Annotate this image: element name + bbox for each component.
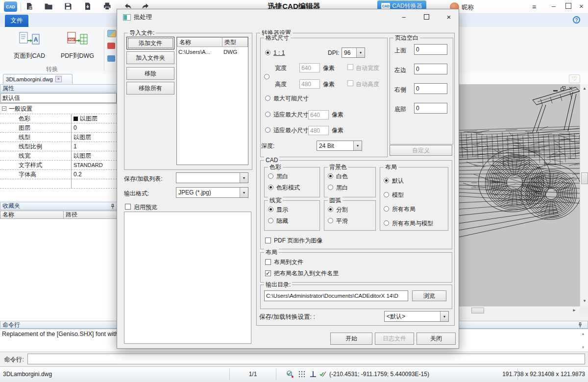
dropdown-arrow-icon[interactable]: ▼ — [240, 173, 248, 183]
add-file-button[interactable]: 添加文件 — [126, 37, 174, 49]
custom-margins-button[interactable]: 自定义 — [390, 145, 452, 156]
log-scroll-down-icon[interactable]: ▼ — [581, 345, 585, 350]
print-icon[interactable] — [103, 2, 112, 12]
hscroll-thumb[interactable] — [471, 308, 484, 313]
start-button[interactable]: 开始 — [330, 333, 372, 345]
lw-show-radio[interactable] — [268, 207, 273, 212]
file-row[interactable]: C:\Users\A... DWG — [177, 48, 248, 56]
arc-smooth-radio[interactable] — [328, 218, 333, 223]
lw-hide-radio[interactable] — [268, 218, 273, 223]
favorites-list[interactable] — [0, 219, 117, 321]
margin-left-input[interactable]: 0 — [414, 64, 447, 74]
property-group-row[interactable]: − 一般设置 — [0, 104, 117, 114]
mdi-minimize-icon[interactable] — [553, 87, 559, 92]
maximize-button[interactable] — [565, 3, 571, 9]
output-format-combo[interactable]: JPEG (*.jpg)▼ — [176, 187, 248, 198]
close-dialog-button[interactable]: 关闭 — [416, 333, 456, 345]
dropdown-arrow-icon[interactable]: ▼ — [440, 311, 448, 321]
margin-top-input[interactable]: 0 — [414, 44, 447, 55]
properties-header[interactable]: 属性 — [0, 84, 117, 93]
save-icon[interactable] — [64, 2, 73, 12]
page-to-cad-button[interactable]: A 页面到CAD — [7, 30, 52, 67]
property-row-textheight[interactable]: 字体高 0.2 — [0, 170, 117, 179]
output-dir-input[interactable]: C:\Users\Administrator\Documents\CADEdit… — [264, 290, 408, 301]
fit-min-input[interactable]: 480 — [308, 126, 329, 135]
property-row-lineweight[interactable]: 线宽 以图层 — [0, 151, 117, 161]
zoom-check-icon[interactable] — [286, 370, 294, 380]
scroll-up-icon[interactable]: ▲ — [583, 86, 587, 91]
ratio-radio[interactable] — [265, 50, 270, 55]
export-pdf-icon[interactable] — [83, 2, 92, 12]
dialog-close-button[interactable]: × — [441, 11, 456, 22]
drawing-hscrollbar[interactable]: ► — [459, 306, 580, 314]
browse-button[interactable]: 浏览 — [412, 290, 446, 301]
color-bw-radio[interactable] — [268, 173, 273, 179]
layout-name-checkbox[interactable] — [265, 270, 271, 276]
mdi-restore-icon[interactable] — [561, 86, 566, 92]
new-file-icon[interactable] — [24, 2, 33, 12]
layout-model-radio[interactable] — [384, 192, 389, 197]
favorites-col-name[interactable]: 名称 — [0, 211, 64, 219]
bg-white-radio[interactable] — [328, 173, 333, 179]
tab-file[interactable]: 文件 — [5, 15, 28, 27]
preset-combo[interactable]: 默认值 — [0, 93, 117, 103]
dropdown-arrow-icon[interactable]: ▼ — [240, 188, 248, 197]
property-row-color[interactable]: 色彩 以图层 — [0, 114, 117, 123]
pin-icon[interactable] — [110, 204, 115, 210]
layout-default-radio[interactable] — [384, 178, 389, 183]
layout-all-radio[interactable] — [384, 206, 389, 212]
layout-all-model-radio[interactable] — [384, 220, 389, 226]
file-col-name[interactable]: 名称 — [177, 37, 222, 47]
custom-size-radio[interactable] — [264, 74, 270, 79]
remove-button[interactable]: 移除 — [126, 67, 174, 80]
auto-height-checkbox[interactable] — [347, 80, 353, 86]
edit-check-icon[interactable] — [318, 370, 327, 380]
vscroll-thumb[interactable] — [581, 172, 588, 184]
dwg-export-icon[interactable] — [107, 55, 115, 62]
dialog-minimize-button[interactable]: – — [396, 11, 411, 22]
dialog-maximize-button[interactable] — [419, 11, 434, 22]
favorite-heart-button[interactable]: ♡ — [569, 74, 580, 83]
auto-width-checkbox[interactable] — [347, 64, 353, 70]
minimize-button[interactable]: – — [552, 2, 556, 10]
property-row-ltscale[interactable]: 线型比例 1 — [0, 142, 117, 151]
drawing-canvas[interactable]: × — [459, 84, 580, 306]
width-input[interactable]: 640 — [299, 63, 320, 72]
open-folder-icon[interactable] — [44, 2, 53, 12]
close-button[interactable]: × — [579, 2, 584, 10]
favorites-header[interactable]: 收藏夹 — [0, 202, 117, 210]
ortho-icon[interactable] — [309, 370, 318, 380]
pdf-as-image-checkbox[interactable] — [265, 238, 271, 243]
menu-icon[interactable]: ≡ — [532, 3, 536, 11]
property-row-linetype[interactable]: 线型 以图层 — [0, 133, 117, 142]
tree-collapse-icon[interactable]: − — [2, 106, 6, 111]
fit-min-radio[interactable] — [265, 127, 270, 133]
fit-max-radio[interactable] — [265, 112, 270, 117]
property-row-textstyle[interactable]: 文字样式 STANDARD — [0, 161, 117, 170]
bg-bw-radio[interactable] — [328, 185, 333, 190]
dpi-combo[interactable]: 96▼ — [342, 48, 365, 58]
file-col-type[interactable]: 类型 — [222, 37, 248, 47]
image-export-icon[interactable] — [107, 30, 116, 37]
max-possible-radio[interactable] — [265, 96, 270, 101]
dropdown-arrow-icon[interactable]: ▼ — [356, 48, 365, 57]
drawing-vscrollbar[interactable]: ▲ ▼ — [580, 84, 588, 306]
margin-bottom-input[interactable]: 0 — [414, 103, 447, 114]
pdf-export-icon[interactable] — [107, 43, 115, 49]
help-icon[interactable]: ? — [573, 16, 580, 24]
doc-tab-close-icon[interactable]: × — [55, 76, 62, 82]
dropdown-arrow-icon[interactable]: ▼ — [353, 141, 362, 150]
save-load-list-combo[interactable]: ▼ — [176, 172, 248, 183]
favorites-col-path[interactable]: 路径 — [63, 211, 117, 219]
depth-combo[interactable]: 24 Bit▼ — [317, 141, 362, 151]
add-folder-button[interactable]: 加入文件夹 — [126, 51, 174, 64]
height-input[interactable]: 480 — [299, 79, 320, 89]
cmdline-input[interactable] — [27, 354, 585, 364]
doc-tab[interactable]: 3DLamborgini.dwg × — [3, 74, 73, 84]
pdf-to-dwg-button[interactable]: PDF PDF到DWG — [55, 30, 100, 67]
scroll-down-icon[interactable]: ▼ — [583, 299, 587, 304]
nickname-label[interactable]: 昵称 — [462, 3, 474, 12]
fit-max-input[interactable]: 640 — [308, 110, 329, 119]
arc-split-radio[interactable] — [328, 207, 333, 212]
remove-all-button[interactable]: 移除所有 — [126, 82, 174, 95]
